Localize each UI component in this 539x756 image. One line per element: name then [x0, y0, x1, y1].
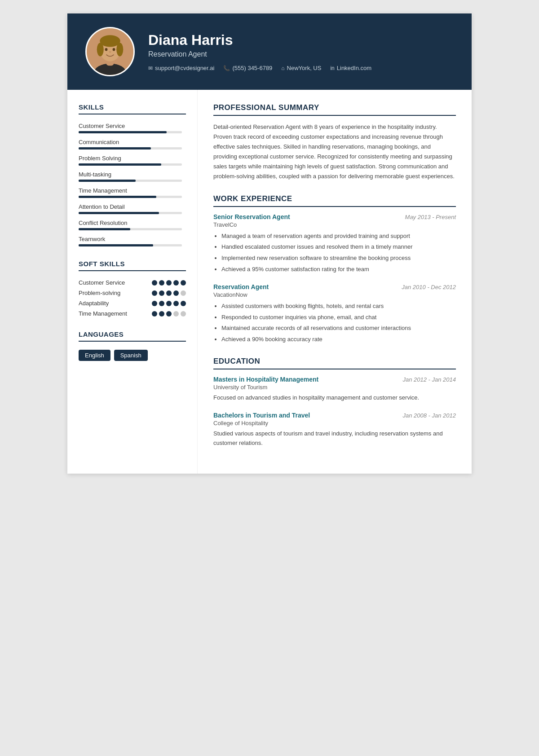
bullet: Handled escalated customer issues and re… — [221, 242, 456, 252]
skill-bar — [79, 196, 182, 198]
dot — [181, 301, 186, 306]
skill-item: Problem Solving — [79, 155, 186, 166]
contact-phone: 📞 (555) 345-6789 — [223, 65, 272, 71]
job-bullets: Assisted customers with booking flights,… — [213, 302, 456, 344]
skill-name: Conflict Resolution — [79, 220, 186, 226]
edu-desc: Studied various aspects of tourism and t… — [213, 429, 456, 448]
skill-bar — [79, 244, 182, 246]
skill-name: Teamwork — [79, 236, 186, 242]
svg-point-4 — [100, 35, 120, 47]
dot — [159, 290, 164, 296]
bullet: Managed a team of reservation agents and… — [221, 232, 456, 241]
edu-desc: Focused on advanced studies in hospitali… — [213, 393, 456, 403]
soft-skills-list: Customer Service Problem-solving — [79, 279, 186, 317]
linkedin-icon: in — [330, 65, 334, 71]
soft-skill-name: Customer Service — [79, 279, 128, 286]
svg-point-5 — [97, 43, 104, 56]
skill-bar — [79, 147, 182, 149]
experience-title: WORK EXPERIENCE — [213, 194, 456, 207]
edu-dates: Jan 2012 - Jan 2014 — [402, 376, 456, 383]
contact-email: ✉ support@cvdesigner.ai — [148, 65, 214, 71]
skill-bar-fill — [79, 147, 151, 149]
job-header: Senior Reservation Agent May 2013 - Pres… — [213, 213, 456, 220]
skill-item: Conflict Resolution — [79, 220, 186, 230]
location-value: NewYork, US — [287, 65, 322, 71]
job-dates: Jan 2010 - Dec 2012 — [402, 284, 456, 290]
dot — [152, 280, 157, 286]
edu-dates: Jan 2008 - Jan 2012 — [402, 412, 456, 419]
resume: Diana Harris Reservation Agent ✉ support… — [67, 13, 472, 474]
dot — [159, 301, 164, 306]
contact-location: ⌂ NewYork, US — [281, 65, 321, 71]
email-icon: ✉ — [148, 65, 153, 71]
soft-skill-row: Time Management — [79, 310, 186, 317]
skill-item: Customer Service — [79, 123, 186, 133]
dot — [173, 280, 179, 286]
dot — [152, 290, 157, 296]
job-1: Senior Reservation Agent May 2013 - Pres… — [213, 213, 456, 274]
dot — [166, 290, 172, 296]
job-title: Reservation Agent — [213, 283, 269, 290]
edu-2: Bachelors in Tourism and Travel Jan 2008… — [213, 412, 456, 448]
skill-bar — [79, 180, 182, 182]
edu-header: Masters in Hospitality Management Jan 20… — [213, 376, 456, 383]
header-title: Reservation Agent — [148, 50, 454, 58]
edu-school: College of Hospitality — [213, 420, 456, 426]
edu-1: Masters in Hospitality Management Jan 20… — [213, 376, 456, 403]
skill-item: Time Management — [79, 187, 186, 198]
job-title: Senior Reservation Agent — [213, 213, 290, 220]
skills-section: SKILLS Customer Service Communication — [79, 103, 186, 246]
language-tags: English Spanish — [79, 350, 186, 361]
job-company: VacationNow — [213, 291, 456, 298]
svg-point-6 — [116, 43, 123, 56]
header-info: Diana Harris Reservation Agent ✉ support… — [148, 32, 454, 71]
job-company: TravelCo — [213, 221, 456, 228]
dot — [173, 301, 179, 306]
summary-section: PROFESSIONAL SUMMARY Detail-oriented Res… — [213, 103, 456, 182]
dot — [181, 311, 186, 316]
soft-skill-name: Adaptability — [79, 300, 128, 307]
soft-skill-row: Problem-solving — [79, 290, 186, 296]
dot — [152, 311, 157, 316]
soft-skill-row: Adaptability — [79, 300, 186, 307]
job-dates: May 2013 - Present — [405, 214, 456, 220]
header-contacts: ✉ support@cvdesigner.ai 📞 (555) 345-6789… — [148, 65, 454, 71]
language-tag-spanish: Spanish — [114, 350, 148, 361]
skill-bar-fill — [79, 228, 130, 230]
skill-bar-fill — [79, 163, 161, 166]
main-content: PROFESSIONAL SUMMARY Detail-oriented Res… — [198, 90, 472, 474]
email-value: support@cvdesigner.ai — [155, 65, 214, 71]
skill-bar-fill — [79, 244, 153, 246]
edu-degree: Bachelors in Tourism and Travel — [213, 412, 310, 419]
skill-bar — [79, 212, 182, 214]
language-tag-english: English — [79, 350, 110, 361]
dot — [181, 280, 186, 286]
bullet: Implemented new reservation software to … — [221, 254, 456, 263]
dot — [166, 311, 172, 316]
phone-value: (555) 345-6789 — [232, 65, 272, 71]
education-title: EDUCATION — [213, 357, 456, 369]
contact-linkedin: in LinkedIn.com — [330, 65, 371, 71]
bullet: Responded to customer inquiries via phon… — [221, 313, 456, 322]
edu-header: Bachelors in Tourism and Travel Jan 2008… — [213, 412, 456, 419]
soft-skill-name: Time Management — [79, 310, 128, 317]
skill-item: Communication — [79, 139, 186, 149]
experience-section: WORK EXPERIENCE Senior Reservation Agent… — [213, 194, 456, 344]
location-icon: ⌂ — [281, 65, 284, 71]
languages-section: LANGUAGES English Spanish — [79, 330, 186, 361]
dot — [166, 280, 172, 286]
summary-text: Detail-oriented Reservation Agent with 8… — [213, 122, 456, 182]
dots — [152, 311, 186, 316]
dots — [152, 301, 186, 306]
dots — [152, 280, 186, 286]
edu-school: University of Tourism — [213, 384, 456, 391]
skill-name: Problem Solving — [79, 155, 186, 162]
dot — [173, 290, 179, 296]
skill-name: Customer Service — [79, 123, 186, 129]
dot — [166, 301, 172, 306]
job-header: Reservation Agent Jan 2010 - Dec 2012 — [213, 283, 456, 290]
header: Diana Harris Reservation Agent ✉ support… — [67, 13, 472, 90]
skill-item: Multi-tasking — [79, 171, 186, 182]
sidebar: SKILLS Customer Service Communication — [67, 90, 198, 474]
skill-name: Multi-tasking — [79, 171, 186, 178]
